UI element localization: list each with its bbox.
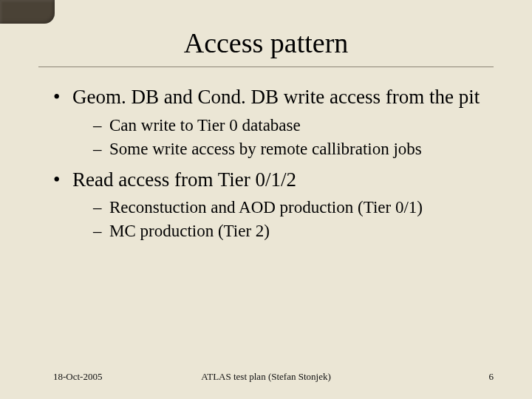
bullet-text: Read access from Tier 0/1/2 (72, 168, 296, 191)
sub-bullet-list: Can write to Tier 0 database Some write … (72, 115, 494, 160)
bullet-text: Geom. DB and Cond. DB write access from … (72, 86, 480, 108)
bullet-item: Geom. DB and Cond. DB write access from … (53, 85, 494, 160)
slide-footer: 18-Oct-2005 ATLAS test plan (Stefan Ston… (0, 371, 532, 383)
slide-title: Access pattern (38, 27, 494, 59)
bullet-item: Read access from Tier 0/1/2 Reconstuctio… (53, 168, 494, 243)
slide-container: Access pattern Geom. DB and Cond. DB wri… (0, 0, 532, 399)
bullet-list: Geom. DB and Cond. DB write access from … (38, 85, 494, 242)
sub-bullet-item: Reconstuction and AOD production (Tier 0… (93, 197, 494, 219)
title-underline (38, 66, 494, 67)
footer-page-number: 6 (489, 371, 494, 383)
sub-bullet-item: Can write to Tier 0 database (93, 115, 494, 137)
sub-bullet-list: Reconstuction and AOD production (Tier 0… (72, 197, 494, 242)
sub-bullet-item: Some write access by remote callibration… (93, 138, 494, 160)
sub-bullet-item: MC production (Tier 2) (93, 220, 494, 242)
footer-date: 18-Oct-2005 (53, 371, 102, 383)
